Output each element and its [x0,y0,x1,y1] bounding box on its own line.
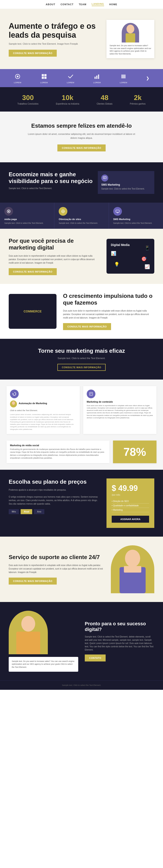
why-cta-button[interactable]: Consulte Mais informação [9,268,57,275]
stats-section: 300 Trabalhos Concluídos 10k Experiência… [0,87,163,112]
marketing-cta-button[interactable]: Consulte Mais informação [57,364,106,371]
why-digital-section: Por que você precisa de marketing digita… [0,229,163,284]
percent-card: 78% [113,440,157,463]
support-cta-button[interactable]: Consulte Mais informação [9,578,57,585]
svg-rect-34 [16,631,40,654]
support-left: Serviço de suporte ao cliente 24/7 Duis … [9,554,104,585]
commerce-image: COMMERCE [9,294,56,329]
ready-left: Sample text. Do you want to increase sal… [9,611,78,672]
service-item-3: LOREM [67,72,75,84]
three-card-title-2: Otimização de sites [59,218,104,220]
svg-rect-26 [89,393,92,396]
commerce-cta-button[interactable]: Consulte Mais informação [63,323,111,330]
ready-person-image [9,611,48,654]
service-icon-4 [93,72,101,81]
hero-sample-text: Sample text. Click to select the Text El… [9,42,100,46]
service-label-4: LOREM [93,82,101,84]
services-bar: LOREM LOREM LOREM LOREM LOREM ❯ [0,69,163,87]
pricing-body: Podemos ajudá-lo a alcançar e tipo resul… [9,488,100,506]
mcard-title-2: Marketing de conteúdo [87,400,153,403]
service-icon-1 [14,72,22,81]
economy-body: Sample text. Click to select the Text El… [9,187,93,190]
sms-marketing-icon [115,209,120,214]
price-period: /por mês [112,494,149,496]
mcard-body-1: Click to select the Text Element. [10,409,76,412]
stat-number-3: 48 [97,94,113,102]
sms-card-body: Sample text. Click to select the Text El… [101,187,151,190]
economy-title: Economize mais e ganhe visibilidade para… [9,171,93,185]
stat-label-3: Clientes Globais [97,103,113,105]
emoji-4: 💡 [114,262,120,267]
service-label-1: LOREM [14,82,22,84]
service-item-5: LOREM [120,72,127,84]
service-icon-3 [67,72,75,81]
why-right: Digital Media 📱 📊 🎯 💡 📈 [107,239,154,274]
mcard-title-1: Automação de Marketing [19,402,47,405]
svg-rect-15 [103,177,106,179]
hero-cta-button[interactable]: Consulte Mais informação [9,50,57,57]
economy-section: Economize mais e ganhe visibilidade para… [0,162,163,203]
mcard1-avatar [10,400,17,407]
marketing-body: Sample text. Click to select the Text El… [13,357,150,360]
pricing-tab-mes[interactable]: Mês [9,509,19,514]
ready-cta-button[interactable]: Contato [85,654,106,661]
mcard-detail-1: Lorem ipsum dolor sit amet, consectetur … [10,413,76,430]
otimizacao-icon [61,209,65,214]
sms-icon [101,175,108,182]
pricing-left: Escolha seu plano de preços Podemos ajud… [9,478,100,528]
card-icon-2 [59,207,67,216]
why-left: Por que você precisa de marketing digita… [9,238,100,275]
support-body: Duis aute irure dolor in reprehenderit i… [9,564,104,574]
digital-media-image: Digital Media 📱 📊 🎯 💡 📈 [107,239,154,274]
svg-rect-13 [121,76,126,77]
price-features-list: Direção do SEO Qualidade e confiabilidad… [112,499,149,512]
stat-1: 300 Trabalhos Concluídos [17,94,38,105]
three-card-title-1: mídia paga [4,218,50,220]
nav-about[interactable]: About [46,3,55,6]
stat-3: 48 Clientes Globais [97,94,113,105]
stat-number-4: 2k [130,94,146,102]
three-card-body-1: Sample text. Click to select the Text El… [4,222,50,225]
price-feature-1: Direção do SEO [112,499,149,503]
sms-card-title: SMS Marketing [101,183,151,186]
support-image [111,545,154,593]
happy-cta-button[interactable]: Consulte Mais informação [57,145,106,151]
stat-2: 10k Experiência na Indústria [56,94,79,105]
three-card-body-2: Sample text. Click to select the Text El… [59,222,104,225]
mcard-icon-2 [87,390,95,398]
pricing-tabs: Mês Atual Ano [9,509,100,514]
pricing-cta-button[interactable]: Assinar Ahora [112,516,149,523]
price-amount: $ 49.99 [112,484,149,493]
service-item-1: LOREM [14,72,22,84]
service-item-2: LOREM [40,72,48,84]
stack-icon [120,73,126,80]
pricing-tab-ano[interactable]: Ano [34,509,44,514]
three-card-title-3: SMS Marketing [113,218,159,220]
hero-title: Aumente o tráfego e os leads da pesquisa [9,22,100,40]
three-cards-section: mídia paga Sample text. Click to select … [0,203,163,229]
ready-left-card: Sample text. Do you want to increase sal… [9,657,78,672]
commerce-right: O crescimento impulsiona tudo o que faze… [63,292,154,330]
emoji-5: 📈 [145,264,150,269]
nav-contact[interactable]: Contact [60,3,74,6]
svg-rect-6 [44,74,46,76]
svg-point-24 [12,401,15,405]
services-arrow[interactable]: ❯ [146,76,149,81]
happy-title: Estamos sempre felizes em atendê-lo [13,122,150,129]
nav-home[interactable]: Home [109,3,117,6]
nav-landing[interactable]: Landing [92,3,104,6]
digital-media-label: Digital Media [111,243,129,247]
svg-rect-25 [11,405,16,407]
ready-right: Pronto para o seu sucesso digital? Sampl… [85,621,154,661]
emoji-2: 📊 [111,251,116,256]
svg-rect-32 [124,566,141,572]
why-body: Duis aute irure dolor in reprehenderit i… [9,254,100,265]
hero-section: Aumente o tráfego e os leads da pesquisa… [0,9,163,69]
service-icon-2 [40,72,48,81]
check-icon [68,73,74,80]
why-title: Por que você precisa de marketing digita… [9,238,100,251]
support-section: Serviço de suporte ao cliente 24/7 Duis … [0,537,163,602]
pricing-tab-atual[interactable]: Atual [21,509,32,514]
hero-card-text: Sample text. Do you want to increase sal… [110,44,151,55]
nav-team[interactable]: Team [79,3,86,6]
